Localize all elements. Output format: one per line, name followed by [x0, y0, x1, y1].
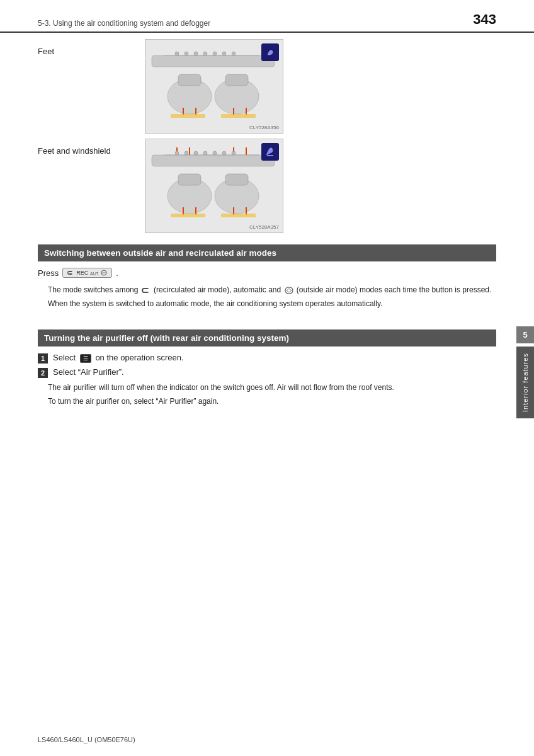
svg-point-14 — [203, 52, 207, 55]
svg-point-41 — [222, 151, 226, 155]
section1-heading: Switching between outside air and recirc… — [38, 244, 496, 261]
svg-rect-43 — [171, 214, 205, 217]
feet-windshield-image: CLY528A357 — [145, 139, 283, 233]
feet-windshield-section: Feet and windshield — [38, 139, 496, 233]
svg-text:AUTO: AUTO — [90, 272, 98, 276]
page-container: 5-3. Using the air conditioning system a… — [0, 0, 534, 756]
section-title: 5-3. Using the air conditioning system a… — [38, 19, 210, 28]
svg-point-36 — [175, 151, 179, 155]
menu-icon: ☰ — [83, 355, 88, 362]
svg-point-11 — [175, 52, 179, 55]
page-header: 5-3. Using the air conditioning system a… — [0, 0, 534, 33]
svg-rect-5 — [225, 74, 248, 86]
page-number: 343 — [473, 11, 496, 28]
svg-point-12 — [185, 52, 188, 55]
svg-rect-25 — [178, 174, 201, 185]
press-label: Press — [38, 268, 59, 278]
svg-point-13 — [194, 52, 198, 55]
air-mode-button[interactable]: REC AUTO — [62, 268, 112, 278]
section1-body2: When the system is switched to automatic… — [48, 298, 496, 309]
svg-point-37 — [185, 151, 188, 155]
step1-content: Select ☰ on the operation screen. — [53, 353, 496, 363]
section2-body2: To turn the air purifier on, select “Air… — [48, 396, 496, 407]
step1: 1 Select ☰ on the operation screen. — [38, 353, 496, 364]
press-period: . — [116, 268, 118, 278]
page-footer: LS460/LS460L_U (OM50E76U) — [38, 736, 135, 743]
feet-label: Feet — [38, 39, 139, 56]
svg-rect-26 — [225, 174, 248, 185]
main-content: Feet — [0, 33, 534, 428]
svg-point-17 — [232, 52, 236, 55]
step2-content: Select “Air Purifier”. — [53, 367, 496, 377]
svg-rect-4 — [178, 74, 201, 86]
step1-number: 1 — [38, 353, 48, 364]
feet-mode-icon — [261, 43, 279, 61]
button-rec-label: REC — [76, 270, 88, 276]
step2: 2 Select “Air Purifier”. — [38, 367, 496, 378]
chapter-number: 5 — [516, 326, 534, 343]
chapter-label: Interior features — [516, 346, 534, 418]
svg-rect-19 — [221, 114, 256, 118]
step1-label: Select — [53, 353, 76, 362]
svg-rect-44 — [221, 214, 256, 217]
feet-windshield-image-caption: CLY528A357 — [249, 224, 279, 230]
svg-point-42 — [232, 151, 236, 155]
svg-point-15 — [213, 52, 217, 55]
feet-image-caption: CLY528A356 — [249, 125, 279, 130]
feet-windshield-label: Feet and windshield — [38, 139, 139, 156]
svg-point-16 — [222, 52, 226, 55]
svg-point-38 — [194, 151, 198, 155]
step1-suffix: on the operation screen. — [95, 353, 183, 362]
svg-rect-18 — [171, 114, 205, 118]
svg-point-40 — [213, 151, 217, 155]
section2-heading: Turning the air purifier off (with rear … — [38, 329, 496, 346]
menu-button[interactable]: ☰ — [80, 354, 91, 363]
svg-rect-22 — [152, 155, 275, 166]
feet-windshield-mode-icon — [261, 143, 279, 161]
feet-section: Feet — [38, 39, 496, 134]
section1-body1: The mode switches among (recirculated ai… — [48, 284, 496, 295]
section2-body1: The air purifier will turn off when the … — [48, 382, 496, 393]
svg-rect-1 — [152, 55, 275, 67]
step2-number: 2 — [38, 368, 48, 378]
feet-image: CLY528A356 — [145, 39, 283, 134]
svg-point-39 — [203, 151, 207, 155]
press-instruction: Press REC AUTO . — [38, 268, 496, 278]
